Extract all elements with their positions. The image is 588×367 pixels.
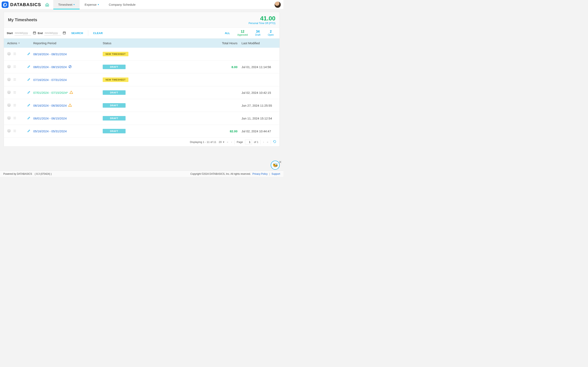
tab-expense[interactable]: Expense ▾	[80, 0, 104, 9]
end-date-input[interactable]	[44, 31, 61, 35]
page-title: My Timesheets	[8, 17, 37, 22]
svg-rect-21	[8, 129, 10, 131]
tab-expense-label: Expense	[85, 3, 96, 6]
calendar-icon[interactable]	[63, 31, 66, 35]
page-label: Page	[237, 141, 243, 143]
calendar-icon[interactable]	[33, 31, 36, 35]
print-icon[interactable]	[7, 116, 11, 120]
menu-icon[interactable]	[13, 78, 17, 82]
svg-rect-22	[8, 130, 10, 132]
approved-label: Approved	[237, 33, 248, 36]
help-bubble[interactable]: 🐝	[271, 161, 280, 170]
pto-block[interactable]: 41.00 Personal Time Off (PTO)	[249, 15, 276, 25]
svg-rect-19	[8, 117, 10, 119]
period-link[interactable]: 06/16/2024 - 06/30/2024	[33, 104, 67, 107]
draft-label: Draft	[255, 33, 260, 36]
print-icon[interactable]	[7, 129, 11, 133]
search-button[interactable]: SEARCH	[71, 32, 83, 35]
table-row: 08/16/2024 - 08/31/2024NEW TIMESHEET	[4, 48, 279, 60]
edit-icon[interactable]	[27, 129, 30, 133]
menu-icon[interactable]	[13, 65, 17, 69]
chevron-down-icon: ▾	[98, 3, 99, 6]
status-badge: DRAFT	[103, 116, 126, 120]
period-link[interactable]: 08/16/2024 - 08/31/2024	[33, 52, 67, 56]
last-modified: Jun 11, 2024 15:12:54	[242, 117, 276, 120]
period-link[interactable]: 06/01/2024 - 06/15/2024	[33, 117, 67, 120]
col-reporting-period[interactable]: Reporting Period	[33, 42, 103, 45]
menu-icon[interactable]	[13, 103, 17, 108]
status-summary: ALL 12 Approved 34 Draft 2 Open	[225, 30, 277, 36]
svg-rect-9	[8, 78, 10, 79]
status-badge: NEW TIMESHEET	[103, 77, 129, 82]
col-last-modified[interactable]: Last Modified	[242, 42, 276, 45]
tab-company-schedule[interactable]: Company Schedule	[104, 0, 140, 9]
svg-rect-3	[8, 53, 10, 54]
chevron-down-icon[interactable]: ▾	[223, 141, 224, 143]
prev-page-icon[interactable]: ‹	[231, 141, 232, 143]
menu-icon[interactable]	[13, 129, 17, 133]
col-status[interactable]: Status	[103, 42, 217, 45]
next-page-icon[interactable]: ›	[263, 141, 264, 143]
svg-rect-2	[8, 52, 10, 53]
filter-approved[interactable]: 12 Approved	[237, 30, 248, 36]
privacy-link[interactable]: Privacy Policy	[252, 173, 268, 175]
last-modified: Jul 02, 2024 10:44:47	[242, 129, 276, 133]
draft-count: 34	[255, 30, 260, 33]
clear-button[interactable]: CLEAR	[93, 32, 103, 35]
print-icon[interactable]	[7, 52, 11, 56]
copyright: Copyright ©2024 DATABASICS, Inc. All rig…	[190, 173, 251, 175]
last-modified: Jul 02, 2024 10:42:15	[242, 91, 276, 94]
bee-icon: 🐝	[273, 162, 278, 168]
last-page-icon[interactable]: »	[267, 141, 269, 143]
total-hours: 8.00	[217, 65, 242, 69]
page-input[interactable]	[245, 140, 252, 144]
separator	[88, 30, 88, 36]
edit-icon[interactable]	[27, 78, 30, 82]
col-actions[interactable]: Actions ▼	[7, 42, 27, 45]
print-icon[interactable]	[7, 65, 11, 69]
svg-rect-6	[8, 66, 10, 67]
tab-timesheet[interactable]: Timesheet ▾	[53, 0, 80, 9]
print-icon[interactable]	[7, 91, 11, 95]
filter-draft[interactable]: 34 Draft	[255, 30, 260, 36]
status-badge: DRAFT	[103, 65, 126, 69]
brand-name: DATABASICS	[10, 2, 41, 7]
edit-icon[interactable]	[27, 104, 30, 108]
open-count: 2	[268, 30, 274, 33]
period-link[interactable]: 07/16/2024 - 07/31/2024	[33, 78, 67, 82]
status-badge: DRAFT	[103, 103, 126, 108]
approved-count: 12	[237, 30, 248, 33]
separator	[260, 140, 260, 144]
last-modified: Jul 01, 2024 11:14:56	[242, 65, 276, 69]
status-badge: DRAFT	[103, 90, 126, 95]
avatar[interactable]	[274, 1, 281, 8]
period-link[interactable]: 08/01/2024 - 08/15/2024	[33, 65, 67, 69]
edit-icon[interactable]	[27, 91, 30, 95]
separator	[271, 140, 271, 144]
col-total-hours[interactable]: Total Hours	[217, 42, 242, 45]
edit-icon[interactable]	[27, 117, 30, 120]
chevron-down-icon: ▾	[73, 3, 75, 6]
edit-icon[interactable]	[27, 65, 30, 69]
period-link[interactable]: 05/16/2024 - 05/31/2024	[33, 129, 67, 133]
svg-rect-0	[33, 32, 36, 34]
menu-icon[interactable]	[13, 91, 17, 95]
table-row: 07/16/2024 - 07/31/2024NEW TIMESHEET	[4, 73, 279, 86]
refresh-icon[interactable]	[273, 140, 276, 144]
filter-open[interactable]: 2 Open	[268, 30, 274, 36]
print-icon[interactable]	[7, 78, 11, 82]
first-page-icon[interactable]: «	[226, 141, 229, 143]
filter-all[interactable]: ALL	[225, 32, 230, 35]
edit-icon[interactable]	[27, 52, 30, 56]
table-row: 06/16/2024 - 06/30/2024DRAFTJun 27, 2024…	[4, 99, 279, 112]
pagination: Displaying 1 - 11 of 11 20 ▾ « ‹ Page of…	[4, 138, 279, 146]
print-icon[interactable]	[7, 103, 11, 108]
start-date-input[interactable]	[15, 31, 31, 35]
table-header: Actions ▼ Reporting Period Status Total …	[4, 39, 279, 48]
period-link[interactable]: 07/01/2024 - 07/15/2024*	[33, 91, 68, 94]
menu-icon[interactable]	[13, 116, 17, 120]
home-icon[interactable]	[45, 3, 49, 7]
support-link[interactable]: Support	[272, 173, 280, 175]
menu-icon[interactable]	[13, 52, 17, 56]
logo-icon	[2, 1, 9, 8]
